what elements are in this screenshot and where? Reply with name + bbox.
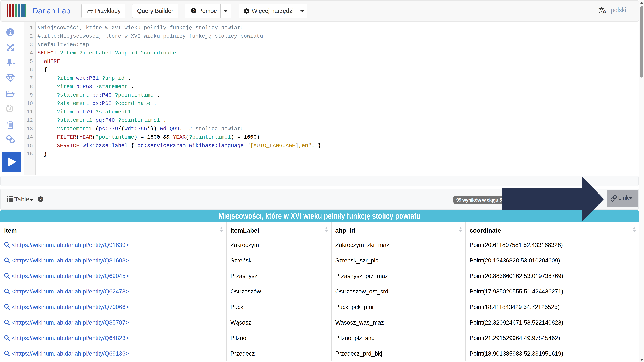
svg-text:?: ? [39,197,42,201]
svg-text:?: ? [192,8,195,13]
